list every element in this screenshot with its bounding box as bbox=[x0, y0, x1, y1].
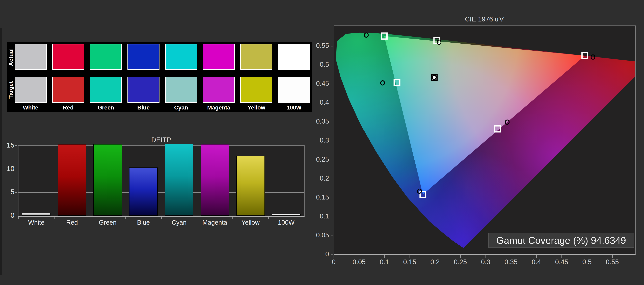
cie-y-tick-9 bbox=[331, 84, 333, 84]
cie-y-label-0.1: 0.1 bbox=[300, 212, 329, 220]
cie-x-tick-8 bbox=[536, 255, 537, 258]
cie-x-tick-2 bbox=[384, 255, 385, 258]
cie-y-label-0.15: 0.15 bbox=[300, 194, 329, 201]
cie-y-label-0.45: 0.45 bbox=[300, 80, 329, 87]
cie-x-label-0.25: 0.25 bbox=[447, 258, 474, 266]
cie-x-label-0.2: 0.2 bbox=[422, 258, 448, 266]
cie-y-tick-3 bbox=[331, 198, 333, 198]
cie-x-tick-9 bbox=[562, 255, 562, 258]
cie-x-label-0.35: 0.35 bbox=[498, 258, 524, 266]
cie-y-label-0.3: 0.3 bbox=[300, 136, 329, 144]
cie-x-label-0.05: 0.05 bbox=[346, 258, 372, 266]
cie-x-tick-3 bbox=[410, 255, 410, 258]
cie-y-tick-2 bbox=[331, 216, 333, 217]
cie-chart: CIE 1976 u'v' bbox=[0, 0, 644, 285]
cie-y-label-0.35: 0.35 bbox=[300, 118, 329, 125]
cie-x-tick-1 bbox=[359, 255, 360, 258]
cie-y-tick-1 bbox=[331, 236, 333, 236]
cie-x-label-0.4: 0.4 bbox=[523, 258, 550, 266]
cie-y-tick-10 bbox=[331, 65, 333, 66]
cie-y-label-0.5: 0.5 bbox=[300, 61, 329, 68]
cie-x-tick-7 bbox=[511, 255, 511, 258]
cie-x-tick-11 bbox=[612, 255, 613, 258]
cie-y-label-0.25: 0.25 bbox=[300, 156, 329, 163]
cie-y-tick-0 bbox=[331, 254, 333, 255]
cie-y-tick-11 bbox=[331, 46, 333, 46]
gamut-coverage-badge: Gamut Coverage (%) 94.6349 bbox=[488, 233, 634, 248]
cie-x-tick-0 bbox=[334, 255, 334, 258]
cie-y-tick-6 bbox=[331, 141, 333, 141]
cie-plot-area: Gamut Coverage (%) 94.6349 bbox=[334, 26, 636, 255]
cie-x-label-0.5: 0.5 bbox=[574, 258, 600, 266]
cie-x-label-0.55: 0.55 bbox=[599, 258, 626, 266]
cie-x-tick-4 bbox=[435, 255, 435, 258]
cie-x-label-0.45: 0.45 bbox=[548, 258, 575, 266]
cie-y-label-0.05: 0.05 bbox=[300, 231, 329, 239]
cie-x-label-0.1: 0.1 bbox=[371, 258, 398, 266]
cie-diagram bbox=[334, 26, 635, 254]
cie-y-tick-7 bbox=[331, 122, 333, 122]
cie-x-tick-6 bbox=[486, 255, 486, 258]
cie-y-tick-8 bbox=[331, 103, 333, 103]
cie-chart-title: CIE 1976 u'v' bbox=[334, 16, 636, 23]
measured-circle-white bbox=[432, 75, 436, 80]
cie-x-label-0: 0 bbox=[320, 258, 347, 266]
cie-y-tick-4 bbox=[331, 179, 333, 179]
cie-y-label-0: 0 bbox=[300, 250, 329, 258]
cie-y-label-0.2: 0.2 bbox=[300, 174, 329, 182]
cie-x-tick-10 bbox=[587, 255, 587, 258]
cie-x-label-0.15: 0.15 bbox=[396, 258, 423, 266]
calibration-dashboard: ActualTargetWhiteRedGreenBlueCyanMagenta… bbox=[0, 0, 644, 285]
cie-x-tick-5 bbox=[460, 255, 461, 258]
cie-y-tick-5 bbox=[331, 160, 333, 160]
cie-y-label-0.55: 0.55 bbox=[300, 42, 329, 49]
cie-y-label-0.4: 0.4 bbox=[300, 98, 329, 106]
cie-x-label-0.3: 0.3 bbox=[472, 258, 499, 266]
